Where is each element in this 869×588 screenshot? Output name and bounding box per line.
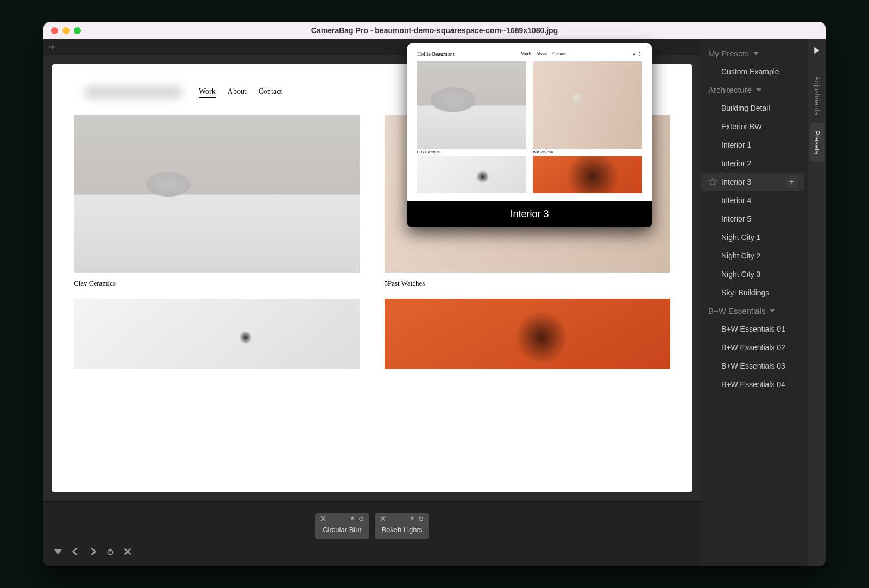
preview-menu-icon: ● ⋮ [633, 52, 642, 57]
preset-item-label: B+W Essentials 03 [721, 362, 785, 370]
close-window-button[interactable] [51, 27, 58, 34]
window-title: CameraBag Pro - beaumont-demo-squarespac… [43, 26, 826, 35]
chip-pin-icon[interactable] [410, 516, 415, 521]
chevron-down-icon [770, 309, 775, 313]
side-tabs: Adjustments Presets [808, 39, 826, 566]
preset-item[interactable]: B+W Essentials 02 [701, 338, 808, 357]
grid-image-orange [385, 299, 671, 369]
preset-group-label: My Presets [708, 49, 749, 58]
chip-label: Bokeh Lights [380, 526, 424, 534]
chip-power-icon[interactable] [358, 516, 364, 521]
preset-preview-tooltip: Hollie Beaumont Work About Contact ● ⋮ C… [407, 43, 652, 227]
preset-item[interactable]: Interior 5 [701, 210, 808, 228]
preset-item[interactable]: Interior 4 [701, 191, 808, 210]
nav-about: About [228, 87, 247, 98]
chip-pin-icon[interactable] [350, 516, 355, 521]
grid-caption-left: Clay Ceramics [74, 279, 360, 288]
chip-power-icon[interactable] [418, 516, 424, 521]
preset-preview-label: Interior 3 [407, 201, 652, 227]
preset-item[interactable]: Night City 2 [701, 246, 808, 265]
tray-power-icon[interactable] [106, 548, 114, 555]
preset-item[interactable]: Interior 1 [701, 136, 808, 154]
chip-close-icon[interactable] [380, 516, 386, 521]
tray-next-icon[interactable] [89, 548, 97, 555]
preset-item-label: Night City 3 [721, 270, 760, 279]
preset-item[interactable]: Building Detail [701, 99, 808, 117]
preset-group-header[interactable]: My Presets [701, 45, 808, 62]
adjustment-chip[interactable]: Bokeh Lights [375, 513, 429, 539]
preset-item-label: B+W Essentials 04 [721, 380, 785, 389]
preset-item[interactable]: Custom Example [701, 62, 808, 81]
tab-adjustments[interactable]: Adjustments [810, 68, 824, 123]
preset-group-header[interactable]: B+W Essentials [701, 302, 808, 320]
page-nav: Work About Contact [199, 87, 282, 98]
adjustment-chip[interactable]: Circular Blur [315, 513, 369, 539]
star-icon[interactable] [708, 178, 717, 186]
preset-preview-image: Hollie Beaumont Work About Contact ● ⋮ C… [407, 43, 652, 201]
tab-presets[interactable]: Presets [810, 123, 824, 162]
grid-image-cables [74, 299, 360, 369]
preset-item-label: Custom Example [721, 67, 779, 76]
preset-item[interactable]: B+W Essentials 04 [701, 375, 808, 394]
preset-item-label: Sky+Buildings [721, 288, 769, 297]
preset-item-label: Interior 3 [721, 178, 751, 186]
preset-item-label: Interior 4 [721, 196, 751, 205]
window-controls [51, 27, 81, 34]
grid-image-bowl [74, 115, 360, 273]
preset-group-label: Architecture [708, 85, 752, 94]
preset-add-button[interactable]: + [785, 176, 797, 188]
grid-caption-right: 5Past Watches [385, 279, 671, 288]
nav-work: Work [199, 87, 216, 98]
tray-clear-icon[interactable] [124, 548, 131, 555]
sidebar: My PresetsCustom ExampleArchitectureBuil… [701, 39, 826, 566]
chevron-down-icon [753, 52, 759, 55]
preset-item-label: Building Detail [721, 104, 770, 112]
add-tab-button[interactable]: + [49, 42, 55, 53]
preset-item[interactable]: B+W Essentials 03 [701, 357, 808, 375]
preset-item[interactable]: Interior 3+ [701, 173, 804, 191]
preset-item-label: B+W Essentials 02 [721, 343, 785, 352]
preset-item[interactable]: Sky+Buildings [701, 283, 808, 302]
preset-group-header[interactable]: Architecture [701, 81, 808, 99]
preview-logo: Hollie Beaumont [417, 51, 455, 57]
preset-item-label: Interior 5 [721, 214, 751, 223]
adjustment-tray: Circular Blur Bokeh Lights [43, 501, 701, 566]
preset-item-label: Night City 1 [721, 233, 760, 242]
tray-collapse-icon[interactable] [54, 548, 62, 555]
preset-item-label: Night City 2 [721, 251, 760, 260]
preset-panel[interactable]: My PresetsCustom ExampleArchitectureBuil… [701, 39, 808, 566]
maximize-window-button[interactable] [74, 27, 81, 34]
preset-item[interactable]: B+W Essentials 01 [701, 320, 808, 338]
preset-item[interactable]: Night City 3 [701, 265, 808, 283]
chip-label: Circular Blur [320, 526, 364, 534]
preset-item[interactable]: Night City 1 [701, 228, 808, 246]
preset-item-label: Exterior BW [721, 122, 762, 131]
page-logo-blurred [85, 86, 182, 99]
minimize-window-button[interactable] [62, 27, 70, 34]
titlebar: CameraBag Pro - beaumont-demo-squarespac… [43, 22, 826, 39]
preset-item-label: Interior 2 [721, 159, 751, 168]
play-button[interactable] [810, 43, 824, 58]
preset-group-label: B+W Essentials [708, 306, 765, 315]
preset-item-label: Interior 1 [721, 141, 751, 149]
preset-item-label: B+W Essentials 01 [721, 325, 785, 333]
chip-close-icon[interactable] [320, 516, 326, 521]
preset-item[interactable]: Interior 2 [701, 154, 808, 173]
nav-contact: Contact [259, 87, 282, 98]
tray-prev-icon[interactable] [72, 548, 79, 555]
preset-item[interactable]: Exterior BW [701, 117, 808, 136]
chevron-down-icon [756, 88, 761, 92]
